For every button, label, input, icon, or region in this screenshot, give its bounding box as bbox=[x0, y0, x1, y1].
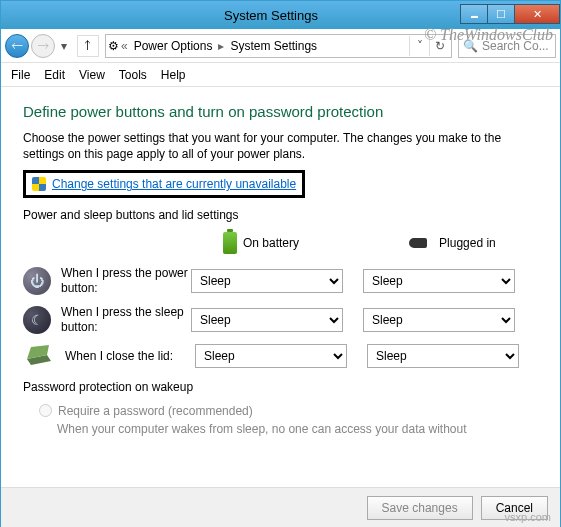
window-title: System Settings bbox=[81, 8, 461, 23]
page-heading: Define power buttons and turn on passwor… bbox=[23, 103, 542, 120]
lid-close-row: When I close the lid: Sleep Sleep bbox=[23, 344, 542, 368]
address-bar[interactable]: ⚙ « Power Options ▸ System Settings ˅ ↻ bbox=[105, 34, 452, 58]
laptop-lid-icon bbox=[23, 345, 55, 367]
source-url: vsxp.com bbox=[505, 511, 551, 523]
menu-tools[interactable]: Tools bbox=[119, 68, 147, 82]
plugged-in-label: Plugged in bbox=[439, 236, 496, 250]
section-buttons-heading: Power and sleep buttons and lid settings bbox=[23, 208, 542, 222]
menu-file[interactable]: File bbox=[11, 68, 30, 82]
sleep-button-row: When I press the sleep button: Sleep Sle… bbox=[23, 305, 542, 334]
sleep-plugged-select[interactable]: Sleep bbox=[363, 308, 515, 332]
menu-help[interactable]: Help bbox=[161, 68, 186, 82]
breadcrumb-sep: ▸ bbox=[216, 39, 226, 53]
menu-view[interactable]: View bbox=[79, 68, 105, 82]
close-button[interactable]: ✕ bbox=[514, 4, 560, 24]
lid-battery-select[interactable]: Sleep bbox=[195, 344, 347, 368]
maximize-button[interactable]: ☐ bbox=[487, 4, 515, 24]
sleep-battery-select[interactable]: Sleep bbox=[191, 308, 343, 332]
up-button[interactable]: 🡑 bbox=[77, 35, 99, 57]
lid-close-label: When I close the lid: bbox=[65, 349, 195, 363]
power-button-row: When I press the power button: Sleep Sle… bbox=[23, 266, 542, 295]
menubar: File Edit View Tools Help bbox=[1, 63, 560, 87]
watermark-text: © TheWindowsClub bbox=[424, 26, 553, 44]
sleep-button-icon bbox=[23, 306, 51, 334]
titlebar: System Settings 🗕 ☐ ✕ bbox=[1, 1, 560, 29]
sleep-button-label: When I press the sleep button: bbox=[61, 305, 191, 334]
power-plugged-select[interactable]: Sleep bbox=[363, 269, 515, 293]
power-button-label: When I press the power button: bbox=[61, 266, 191, 295]
power-button-icon bbox=[23, 267, 51, 295]
battery-icon bbox=[223, 232, 237, 254]
plug-icon bbox=[409, 236, 433, 250]
menu-edit[interactable]: Edit bbox=[44, 68, 65, 82]
admin-settings-link[interactable]: Change settings that are currently unava… bbox=[23, 170, 305, 198]
section-wakeup-heading: Password protection on wakeup bbox=[23, 380, 542, 394]
settings-window: System Settings 🗕 ☐ ✕ 🡐 🡒 ▾ 🡑 ⚙ « Power … bbox=[0, 0, 561, 527]
on-battery-label: On battery bbox=[243, 236, 299, 250]
history-dropdown[interactable]: ▾ bbox=[57, 36, 71, 56]
content-area: Define power buttons and turn on passwor… bbox=[1, 87, 560, 487]
control-panel-icon: ⚙ bbox=[108, 39, 119, 53]
forward-button: 🡒 bbox=[31, 34, 55, 58]
power-battery-select[interactable]: Sleep bbox=[191, 269, 343, 293]
require-password-radio bbox=[39, 404, 52, 417]
footer-buttons: Save changes Cancel bbox=[1, 487, 560, 527]
lid-plugged-select[interactable]: Sleep bbox=[367, 344, 519, 368]
back-button[interactable]: 🡐 bbox=[5, 34, 29, 58]
breadcrumb-power-options[interactable]: Power Options bbox=[130, 39, 217, 53]
wakeup-description: When your computer wakes from sleep, no … bbox=[57, 422, 542, 438]
require-password-label: Require a password (recommended) bbox=[58, 404, 253, 418]
save-changes-button[interactable]: Save changes bbox=[367, 496, 473, 520]
wakeup-section: Password protection on wakeup Require a … bbox=[23, 380, 542, 438]
page-description: Choose the power settings that you want … bbox=[23, 130, 542, 162]
shield-icon bbox=[32, 177, 46, 191]
breadcrumb-system-settings[interactable]: System Settings bbox=[226, 39, 321, 53]
column-headers: On battery Plugged in bbox=[223, 232, 542, 254]
breadcrumb-sep: « bbox=[119, 39, 130, 53]
window-controls: 🗕 ☐ ✕ bbox=[461, 4, 560, 26]
admin-link-text: Change settings that are currently unava… bbox=[52, 177, 296, 191]
minimize-button[interactable]: 🗕 bbox=[460, 4, 488, 24]
